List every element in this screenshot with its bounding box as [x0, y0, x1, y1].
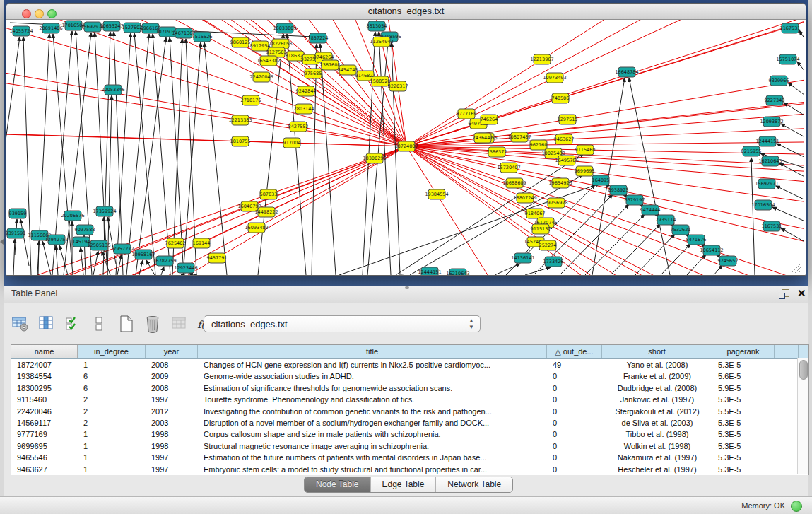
- column-header-pagerank[interactable]: pagerank: [712, 345, 775, 358]
- cell-short[interactable]: Jankovic et al. (1997): [602, 394, 712, 405]
- cell-short[interactable]: Yano et al. (2008): [602, 359, 712, 370]
- cell-in_degree[interactable]: 1: [78, 428, 146, 440]
- cell-in_degree[interactable]: 1: [78, 464, 146, 475]
- delete-icon[interactable]: [142, 314, 163, 335]
- cell-short[interactable]: Franke et al. (2009): [602, 370, 712, 382]
- cell-[interactable]: [775, 428, 799, 440]
- cell-year[interactable]: 1998: [146, 428, 198, 440]
- show-columns-icon[interactable]: [36, 314, 57, 335]
- cell-[interactable]: [775, 417, 799, 428]
- cell-△ out_de...[interactable]: 0: [547, 464, 602, 475]
- cell-title[interactable]: Corpus callosum shape and size in male p…: [198, 428, 547, 440]
- cell-year[interactable]: 1998: [146, 440, 198, 452]
- cell-year[interactable]: 2012: [146, 406, 198, 417]
- cell-[interactable]: [775, 370, 799, 382]
- cell-name[interactable]: 22420046: [11, 406, 78, 417]
- cell-title[interactable]: Changes of HCN gene expression and I(f) …: [198, 359, 547, 370]
- cell-name[interactable]: 18724007: [11, 359, 78, 370]
- table-row[interactable]: 1872400712008Changes of HCN gene express…: [11, 359, 808, 370]
- cell-year[interactable]: 2009: [146, 370, 198, 382]
- cell-title[interactable]: Embryonic stem cells: a model to study s…: [198, 464, 547, 475]
- cell-short[interactable]: Wolkin et al. (1998): [602, 440, 712, 452]
- column-header-year[interactable]: year: [146, 345, 198, 358]
- cell-short[interactable]: Tibbo et al. (1998): [602, 428, 712, 440]
- column-header-filler[interactable]: [775, 345, 799, 358]
- table-row[interactable]: 1830029562008Estimation of significance …: [11, 382, 808, 394]
- network-window[interactable]: citations_edges.txt 14055724206914061701…: [6, 3, 806, 276]
- cell-title[interactable]: Estimation of significance thresholds fo…: [198, 382, 547, 394]
- table-row[interactable]: 1938455462009Genome-wide association stu…: [11, 370, 808, 382]
- cell-△ out_de...[interactable]: 49: [547, 359, 602, 370]
- cell-name[interactable]: 9463627: [11, 464, 78, 475]
- cell-title[interactable]: Structural magnetic resonance image aver…: [198, 440, 547, 452]
- table-selector-dropdown[interactable]: citations_edges.txt ▲▼: [204, 315, 481, 332]
- cell-[interactable]: [775, 464, 799, 475]
- cell-name[interactable]: 18300295: [11, 382, 78, 394]
- tab-edge-table[interactable]: Edge Table: [371, 477, 437, 492]
- cell-year[interactable]: 1997: [146, 464, 198, 475]
- cell-name[interactable]: 9777169: [11, 428, 78, 440]
- cell-pagerank[interactable]: 5.3E-5: [712, 464, 775, 475]
- table-row[interactable]: 946362711997Embryonic stem cells: a mode…: [11, 464, 808, 475]
- tab-node-table[interactable]: Node Table: [305, 477, 371, 492]
- cell-short[interactable]: Hescheler et al. (1997): [602, 464, 712, 475]
- cell-in_degree[interactable]: 6: [78, 382, 146, 394]
- cell-pagerank[interactable]: 5.3E-5: [712, 417, 775, 428]
- column-header-title[interactable]: title: [198, 345, 547, 358]
- cell-short[interactable]: Nakamura et al. (1997): [602, 452, 712, 463]
- cell-short[interactable]: Stergiakouli et al. (2012): [602, 406, 712, 417]
- cell-name[interactable]: 14569117: [11, 417, 78, 428]
- table-row[interactable]: 946554611997Estimation of the future num…: [11, 452, 808, 463]
- cell-title[interactable]: Estimation of the future numbers of pati…: [198, 452, 547, 463]
- table-row[interactable]: 969969511998Structural magnetic resonanc…: [11, 440, 808, 452]
- cell-title[interactable]: Genome-wide association studies in ADHD.: [198, 370, 547, 382]
- cell-[interactable]: [775, 394, 799, 405]
- cell-△ out_de...[interactable]: 0: [547, 440, 602, 452]
- cell-title[interactable]: Investigating the contribution of common…: [198, 406, 547, 417]
- cell-△ out_de...[interactable]: 0: [547, 428, 602, 440]
- cell-year[interactable]: 2003: [146, 417, 198, 428]
- column-header-in_degree[interactable]: in_degree: [78, 345, 146, 358]
- cell-in_degree[interactable]: 2: [78, 417, 146, 428]
- cell-short[interactable]: Dudbridge et al. (2008): [602, 382, 712, 394]
- cell-pagerank[interactable]: 5.9E-5: [712, 382, 775, 394]
- cell-short[interactable]: de Silva et al. (2003): [602, 417, 712, 428]
- cell-pagerank[interactable]: 5.3E-5: [712, 359, 775, 370]
- select-all-icon[interactable]: [63, 314, 84, 335]
- cell-pagerank[interactable]: 5.3E-5: [712, 452, 775, 463]
- cell-[interactable]: [775, 359, 799, 370]
- cell-in_degree[interactable]: 2: [78, 394, 146, 405]
- cell-name[interactable]: 9699695: [11, 440, 78, 452]
- canvas-resize-grip[interactable]: [792, 264, 801, 273]
- cell-△ out_de...[interactable]: 0: [547, 394, 602, 405]
- cell-pagerank[interactable]: 5.6E-5: [712, 370, 775, 382]
- cell-year[interactable]: 1997: [146, 394, 198, 405]
- cell-year[interactable]: 1997: [146, 452, 198, 463]
- cell-title[interactable]: Tourette syndrome. Phenomenology and cla…: [198, 394, 547, 405]
- cell-name[interactable]: 9115460: [11, 394, 78, 405]
- cell-[interactable]: [775, 406, 799, 417]
- cell-in_degree[interactable]: 1: [78, 359, 146, 370]
- cell-△ out_de...[interactable]: 0: [547, 382, 602, 394]
- cell-year[interactable]: 2008: [146, 359, 198, 370]
- table-panel-header[interactable]: Table Panel ✕: [4, 286, 808, 303]
- cell-in_degree[interactable]: 6: [78, 370, 146, 382]
- column-header-△ out_de...[interactable]: △ out_de...: [547, 345, 602, 358]
- cell-△ out_de...[interactable]: 0: [547, 406, 602, 417]
- table-settings-icon[interactable]: [10, 314, 31, 335]
- memory-status-indicator[interactable]: [791, 501, 802, 512]
- scrollbar-thumb[interactable]: [799, 360, 808, 380]
- cell-△ out_de...[interactable]: 0: [547, 370, 602, 382]
- new-document-icon[interactable]: [116, 314, 137, 335]
- cell-pagerank[interactable]: 5.3E-5: [712, 394, 775, 405]
- cell-pagerank[interactable]: 5.3E-5: [712, 440, 775, 452]
- cell-in_degree[interactable]: 1: [78, 440, 146, 452]
- table-row[interactable]: 977716911998Corpus callosum shape and si…: [11, 428, 808, 440]
- close-panel-icon[interactable]: ✕: [797, 287, 806, 300]
- column-header-short[interactable]: short: [602, 345, 712, 358]
- cell-[interactable]: [775, 382, 799, 394]
- cell-pagerank[interactable]: 5.3E-5: [712, 428, 775, 440]
- tab-network-table[interactable]: Network Table: [436, 477, 512, 492]
- cell-name[interactable]: 19384554: [11, 370, 78, 382]
- cell-in_degree[interactable]: 1: [78, 452, 146, 463]
